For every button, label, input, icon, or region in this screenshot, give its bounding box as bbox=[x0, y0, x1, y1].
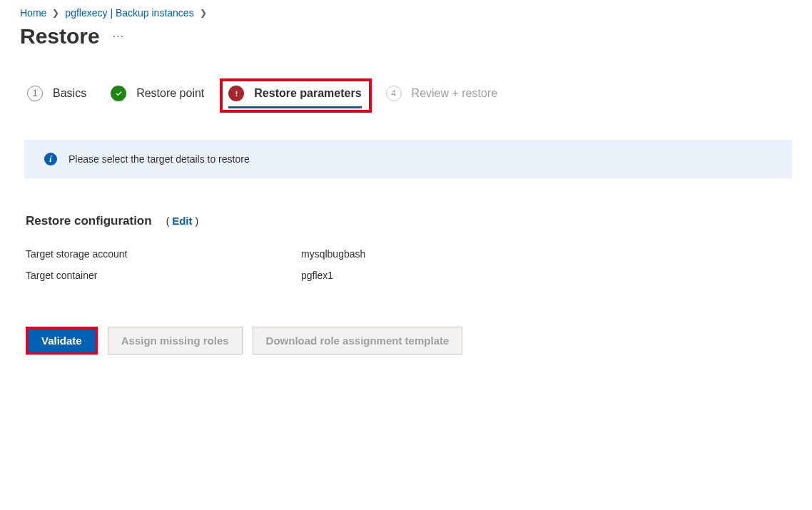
section-heading: Restore configuration bbox=[26, 214, 152, 228]
kv-label: Target container bbox=[26, 270, 301, 281]
breadcrumb-level1[interactable]: pgflexecy | Backup instances bbox=[65, 7, 193, 19]
info-icon: i bbox=[44, 153, 57, 165]
step-restore-point[interactable]: Restore point bbox=[111, 86, 204, 107]
info-banner: i Please select the target details to re… bbox=[24, 140, 792, 178]
restore-config-header: Restore configuration ( Edit ) bbox=[20, 214, 792, 228]
breadcrumb-home[interactable]: Home bbox=[20, 7, 46, 19]
wizard-steps: 1 Basics Restore point Restore parameter… bbox=[20, 86, 792, 107]
step-number-icon: 4 bbox=[386, 86, 402, 101]
step-number-icon: 1 bbox=[27, 86, 43, 101]
button-row: Validate Assign missing roles Download r… bbox=[20, 327, 792, 355]
kv-value: mysqlbugbash bbox=[301, 248, 365, 260]
breadcrumb: Home ❯ pgflexecy | Backup instances ❯ bbox=[20, 7, 792, 19]
chevron-right-icon: ❯ bbox=[200, 8, 207, 18]
step-restore-parameters[interactable]: Restore parameters bbox=[228, 86, 361, 107]
checkmark-icon bbox=[111, 86, 126, 101]
edit-link[interactable]: ( Edit ) bbox=[166, 215, 198, 227]
validate-button[interactable]: Validate bbox=[29, 330, 95, 352]
row-target-storage-account: Target storage account mysqlbugbash bbox=[20, 248, 792, 260]
page-title: Restore bbox=[20, 24, 100, 49]
kv-value: pgflex1 bbox=[301, 270, 333, 281]
step-review-restore: 4 Review + restore bbox=[386, 86, 498, 107]
info-banner-text: Please select the target details to rest… bbox=[68, 153, 250, 165]
row-target-container: Target container pgflex1 bbox=[20, 270, 792, 281]
step-label: Review + restore bbox=[412, 87, 498, 100]
download-role-template-button: Download role assignment template bbox=[253, 327, 463, 355]
assign-missing-roles-button: Assign missing roles bbox=[108, 327, 243, 355]
kv-label: Target storage account bbox=[26, 248, 301, 260]
step-label: Basics bbox=[53, 87, 86, 100]
page-title-row: Restore ··· bbox=[20, 24, 792, 49]
step-label: Restore parameters bbox=[254, 87, 361, 100]
error-icon bbox=[228, 86, 244, 101]
highlight-validate: Validate bbox=[26, 327, 98, 355]
chevron-right-icon: ❯ bbox=[52, 8, 59, 18]
more-menu-icon[interactable]: ··· bbox=[113, 30, 124, 43]
step-basics[interactable]: 1 Basics bbox=[27, 86, 86, 107]
highlight-restore-parameters: Restore parameters bbox=[220, 78, 371, 113]
step-label: Restore point bbox=[136, 87, 204, 100]
